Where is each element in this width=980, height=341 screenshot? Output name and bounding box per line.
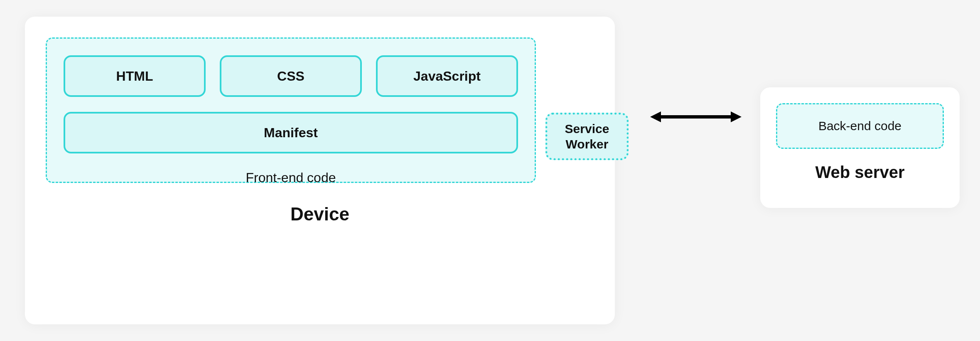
frontend-container: HTML CSS JavaScript Manifest Front-end c… xyxy=(46,37,536,183)
css-box: CSS xyxy=(220,55,362,97)
server-card: Back-end code Web server xyxy=(760,87,960,208)
device-title: Device xyxy=(46,204,594,225)
service-worker-box: Service Worker xyxy=(545,113,629,160)
svg-marker-1 xyxy=(650,111,661,122)
backend-label: Back-end code xyxy=(818,119,901,133)
server-title: Web server xyxy=(776,163,944,182)
svg-marker-2 xyxy=(731,111,742,122)
frontend-top-row: HTML CSS JavaScript xyxy=(64,55,518,97)
html-box: HTML xyxy=(64,55,206,97)
manifest-row: Manifest xyxy=(64,112,518,153)
bidirectional-arrow-icon xyxy=(650,110,742,124)
device-card: HTML CSS JavaScript Manifest Front-end c… xyxy=(25,17,615,324)
manifest-box: Manifest xyxy=(64,112,518,153)
diagram-canvas: HTML CSS JavaScript Manifest Front-end c… xyxy=(0,0,980,341)
service-worker-label: Service Worker xyxy=(565,121,609,152)
javascript-box: JavaScript xyxy=(376,55,518,97)
frontend-label: Front-end code xyxy=(64,170,518,185)
backend-container: Back-end code xyxy=(776,103,944,149)
